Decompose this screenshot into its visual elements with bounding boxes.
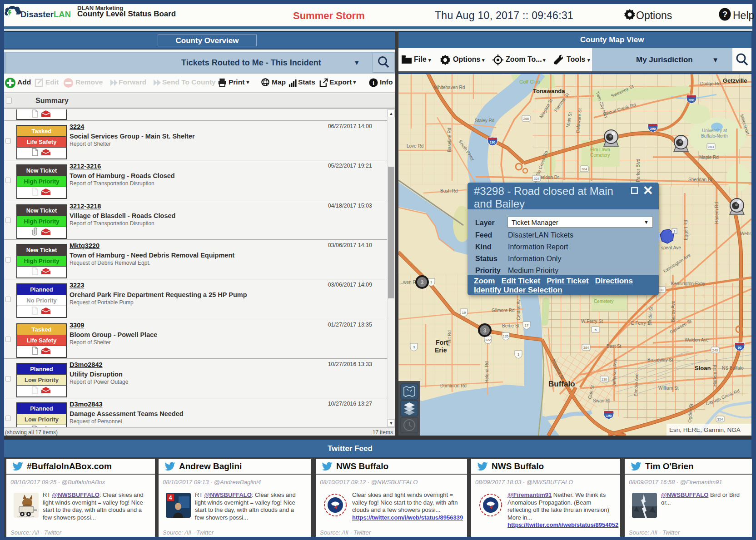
svg-text:Whitehaven Rd: Whitehaven Rd (434, 85, 465, 90)
svg-text:speat Ave: speat Ave (661, 245, 681, 250)
svg-text:Wehr...: Wehr... (740, 231, 751, 236)
svg-text:Eggert Rd: Eggert Rd (683, 220, 688, 240)
svg-text:122: 122 (485, 338, 491, 342)
svg-text:19: 19 (462, 311, 466, 315)
svg-text:263: 263 (708, 145, 714, 149)
svg-text:384: 384 (582, 167, 587, 171)
svg-text:Love Rd: Love Rd (407, 144, 423, 149)
svg-text:Gilmore Rd: Gilmore Rd (492, 308, 515, 313)
svg-text:Sloan: Sloan (695, 365, 711, 372)
svg-text:Buffalo: Buffalo (548, 380, 575, 388)
svg-text:Central Av: Central Av (516, 299, 521, 320)
svg-text:Swan St: Swan St (593, 398, 610, 403)
svg-text:Elmore Ave: Elmore Ave (633, 373, 639, 396)
svg-text:E Ferry St: E Ferry St (631, 321, 652, 326)
svg-text:W Ferry St: W Ferry St (581, 319, 603, 324)
svg-text:1: 1 (430, 280, 432, 284)
svg-text:Getzville: Getzville (723, 77, 747, 84)
svg-text:Harlem Rd: Harlem Rd (712, 365, 717, 386)
svg-text:Staley Rd: Staley Rd (475, 118, 494, 123)
svg-text:Buffalo-North: Buffalo-North (701, 134, 728, 139)
svg-text:Walden Ave: Walden Ave (685, 337, 709, 342)
svg-text:240: 240 (712, 348, 718, 352)
svg-text:130: 130 (602, 377, 607, 381)
svg-text:Parker Blvd: Parker Blvd (636, 159, 641, 182)
svg-text:1: 1 (517, 352, 519, 357)
svg-text:Bush Rd: Bush Rd (440, 188, 458, 193)
svg-text:354: 354 (717, 417, 723, 421)
svg-text:3: 3 (413, 345, 415, 349)
svg-text:17: 17 (525, 323, 528, 327)
svg-text:190: 190 (490, 140, 496, 144)
svg-text:190: 190 (606, 414, 612, 418)
svg-text:Tonawanda: Tonawanda (533, 88, 565, 94)
svg-text:Helena Rd: Helena Rd (484, 362, 489, 383)
svg-text:DisasterLAN: DisasterLAN (20, 10, 71, 19)
svg-text:Cemetery: Cemetery (590, 153, 610, 158)
svg-text:290: 290 (650, 127, 656, 131)
svg-text:Golf Club: Golf Club (519, 79, 540, 84)
svg-text:William St: William St (658, 386, 679, 391)
svg-text:Baseline Rd: Baseline Rd (447, 128, 452, 152)
svg-text:Broadway St: Broadway St (647, 357, 673, 362)
svg-text:Elm Lawn: Elm Lawn (590, 147, 610, 152)
svg-text:Kensington Expy: Kensington Expy (671, 281, 705, 286)
svg-text:NS Buffalo: NS Buffalo (722, 366, 744, 371)
svg-text:Fort: Fort (436, 339, 448, 346)
svg-text:Bertie St: Bertie St (502, 323, 520, 328)
svg-text:3: 3 (673, 229, 676, 233)
svg-text:Harlem Rd: Harlem Rd (714, 202, 719, 224)
svg-text:Cemetery: Cemetery (594, 299, 613, 304)
svg-text:a BuffaloInABox.com: a BuffaloInABox.com (17, 515, 35, 518)
svg-text:Esri, HERE, Garmin, NGA: Esri, HERE, Garmin, NGA (669, 426, 741, 433)
svg-text:Maple Rd: Maple Rd (699, 155, 719, 160)
svg-text:266: 266 (523, 117, 529, 121)
svg-text:Jefferson Ave: Jefferson Ave (612, 359, 617, 386)
svg-text:University at: University at (702, 128, 727, 133)
svg-text:4: 4 (169, 495, 172, 501)
svg-text:90: 90 (738, 346, 741, 350)
svg-text:Dominion Rd: Dominion Rd (440, 383, 467, 388)
svg-text:384: 384 (583, 346, 589, 350)
svg-text:Dodge Rd: Dodge Rd (700, 81, 721, 86)
svg-text:Erie: Erie (435, 347, 447, 354)
svg-text:5: 5 (595, 328, 597, 332)
svg-text:?: ? (722, 10, 728, 19)
svg-text:324: 324 (534, 177, 540, 181)
svg-text:Best St: Best St (607, 344, 621, 349)
svg-text:Bailey Ave: Bailey Ave (671, 301, 676, 322)
svg-text:126: 126 (503, 334, 509, 338)
svg-text:3: 3 (483, 327, 487, 334)
svg-text:990: 990 (689, 98, 695, 102)
svg-text:33: 33 (660, 288, 663, 292)
svg-text:3: 3 (421, 279, 424, 286)
svg-text:Sheridan Dr: Sheridan Dr (688, 177, 713, 182)
svg-text:i: i (373, 79, 374, 86)
